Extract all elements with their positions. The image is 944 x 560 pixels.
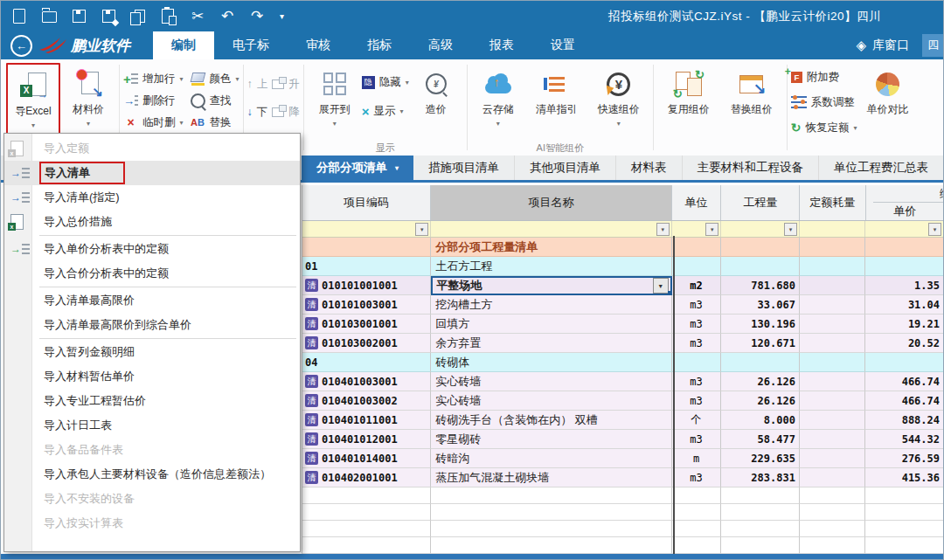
replace-button[interactable]: AB替换 [191, 114, 239, 131]
table-row[interactable]: 清010401012001 零星砌砖 m3 58.477 544.32 [302, 430, 944, 449]
material-price-button[interactable]: ↘ 材料价 ▾ [61, 61, 115, 128]
menu-item-import-max-price-to-composite[interactable]: 导入清单最高限价到综合单价 [4, 313, 300, 337]
menu-item-import-contractor-materials[interactable]: 导入承包人主要材料设备（造价信息差额法） [4, 462, 300, 487]
cell-code[interactable]: 04 [302, 353, 431, 372]
table-row[interactable]: 清010401003001 实心砖墙 m3 26.126 466.74 [302, 372, 944, 391]
cell-price[interactable]: 1.35 [865, 276, 944, 295]
menu-item-import-list[interactable]: → 导入清单 [4, 161, 300, 185]
cell-quantity[interactable]: 130.196 [721, 315, 800, 334]
cell-name-selected[interactable]: 平整场地▼ [431, 276, 672, 295]
import-excel-button[interactable]: X→ 导Excel ▾ [6, 63, 60, 136]
cell-price[interactable]: 19.21 [865, 315, 944, 334]
move-up-button[interactable]: ↑上升 [247, 75, 300, 93]
tab-shenhe[interactable]: 审核 [288, 31, 349, 59]
save-as-button[interactable] [98, 5, 119, 26]
cell-code[interactable]: 清010402001001 [302, 468, 431, 487]
cell-unit[interactable]: m3 [672, 315, 722, 334]
cost-lookup-button[interactable]: ¥ 造价 [409, 61, 463, 117]
hide-button[interactable]: 隐隐藏▾ [362, 73, 409, 91]
cloud-storage-button[interactable]: ↑ 云存储 ▾ [471, 61, 525, 128]
quick-access-more-button[interactable]: ▾ [280, 11, 284, 21]
filter-dropdown[interactable]: ▾ [928, 223, 941, 236]
cell-price[interactable]: 544.32 [865, 430, 944, 449]
cell-price[interactable]: 888.24 [865, 411, 944, 430]
sheet-tab-cailiao[interactable]: 材料表 [616, 156, 683, 180]
cell-quota[interactable] [800, 391, 866, 411]
filter-dropdown[interactable]: ▾ [705, 223, 718, 236]
column-header-name[interactable]: 项目名称 [431, 185, 672, 220]
menu-item-import-max-price[interactable]: 导入清单最高限价 [4, 288, 300, 313]
cell-name[interactable]: 土石方工程 [431, 257, 671, 276]
cell-code[interactable]: 清010101003001 [302, 295, 431, 315]
cell-name[interactable]: 实心砖墙 [431, 372, 671, 391]
cell-unit[interactable]: m3 [672, 391, 722, 411]
cell-price[interactable]: 31.04 [865, 295, 944, 315]
cell-quantity[interactable]: 26.126 [721, 372, 800, 391]
cell-price[interactable]: 276.59 [865, 449, 944, 468]
corner-window-tab[interactable]: 四 [922, 34, 944, 57]
delete-row-button[interactable]: →删除行 [123, 92, 184, 109]
tab-gaoji[interactable]: 高级 [410, 31, 471, 59]
tab-shezhi[interactable]: 设置 [532, 31, 593, 59]
cell-name[interactable]: 实心砖墙 [431, 391, 671, 411]
cell-code[interactable]: 清010101001001 [302, 276, 431, 295]
cell-quantity[interactable]: 229.635 [721, 449, 800, 468]
cell-unit[interactable]: m3 [672, 295, 722, 315]
paste-button[interactable] [157, 5, 178, 26]
cell-price[interactable]: 20.52 [865, 334, 944, 353]
cell-price[interactable]: 466.74 [865, 372, 944, 391]
menu-item-import-provisional-amount[interactable]: 导入暂列金额明细 [4, 340, 300, 364]
cell-quantity[interactable]: 781.680 [721, 276, 800, 295]
cell-quantity[interactable]: 33.067 [721, 295, 800, 315]
cell-price[interactable]: 466.74 [865, 391, 944, 411]
new-file-button[interactable] [9, 5, 30, 26]
cell-price[interactable]: 415.36 [865, 468, 944, 487]
cell-quantity[interactable]: 26.126 [721, 391, 800, 411]
menu-item-import-total-analysis-quota[interactable]: 导入合价分析表中的定额 [4, 261, 300, 286]
cell-code[interactable]: 01 [302, 257, 431, 276]
show-button[interactable]: ×显示▾ [362, 102, 409, 120]
cell-name[interactable]: 分部分项工程量清单 [431, 238, 671, 257]
column-header-quantity[interactable]: 工程量 [721, 185, 800, 220]
menu-item-import-total-measures[interactable]: x 导入总价措施 [4, 210, 300, 234]
cell-unit[interactable]: m [672, 449, 722, 468]
sheet-tab-huizong[interactable]: 单位工程费汇总表 [819, 156, 944, 180]
tab-bianzhi[interactable]: 编制 [153, 31, 214, 59]
table-row-chapter[interactable]: 04 砖砌体 [302, 353, 944, 372]
tab-dianzibiao[interactable]: 电子标 [214, 31, 288, 59]
table-row[interactable]: 清010402001001 蒸压加气混凝土砌块墙 m3 283.831 415.… [302, 468, 944, 487]
cell-unit[interactable]: 个 [672, 411, 722, 430]
expand-to-button[interactable]: 展开到 ▾ [308, 61, 362, 128]
cell-name[interactable]: 砖砌体 [431, 353, 671, 372]
cut-button[interactable]: ✂ [187, 5, 208, 26]
column-header-unit[interactable]: 单位 [672, 185, 722, 220]
move-down-button[interactable]: ↓下降 [247, 103, 300, 121]
unit-price-compare-button[interactable]: 单价对比 [857, 61, 919, 117]
cell-name[interactable]: 蒸压加气混凝土砌块墙 [431, 468, 671, 487]
table-row[interactable]: 清010401014001 砖暗沟 m 229.635 276.59 [302, 449, 944, 468]
find-button[interactable]: 查找 [191, 92, 239, 109]
quick-pricing-button[interactable]: ¥ 快速组价 ▾ [588, 61, 649, 128]
cell-quota[interactable] [800, 295, 866, 315]
menu-item-import-material-estimate[interactable]: 导入材料暂估单价 [4, 364, 300, 389]
column-header-quota[interactable]: 定额耗量 [800, 185, 866, 220]
sheet-tab-fenbufenxiang[interactable]: 分部分项清单▾ [302, 156, 413, 180]
cell-quota[interactable] [800, 315, 866, 334]
cell-quantity[interactable]: 120.671 [721, 334, 800, 353]
table-row-selected[interactable]: 清010101001001 平整场地▼ m2 781.680 1.35 [302, 276, 944, 295]
cell-quota[interactable] [800, 372, 866, 391]
cell-quota[interactable] [800, 276, 866, 295]
restore-quota-button[interactable]: ↻恢复定额▾ [791, 119, 857, 136]
back-button[interactable]: ← [10, 35, 32, 57]
cell-quota[interactable] [800, 449, 866, 468]
sheet-tab-zhuyaocailiao[interactable]: 主要材料和工程设备 [683, 156, 820, 180]
temp-delete-button[interactable]: ×临时删▾ [123, 114, 184, 131]
tab-baobiao[interactable]: 报表 [471, 31, 532, 59]
cell-unit[interactable]: m3 [672, 430, 722, 449]
cell-quota[interactable] [800, 468, 866, 487]
menu-item-import-professional-estimate[interactable]: 导入专业工程暂估价 [4, 389, 300, 413]
cell-unit[interactable]: m3 [672, 372, 722, 391]
table-row[interactable]: 清010401011001 砖砌洗手台（含装饰在内） 双槽 个 8.000 88… [302, 411, 944, 430]
open-file-button[interactable] [38, 5, 59, 26]
coefficient-adjust-button[interactable]: 系数调整 [791, 93, 857, 111]
